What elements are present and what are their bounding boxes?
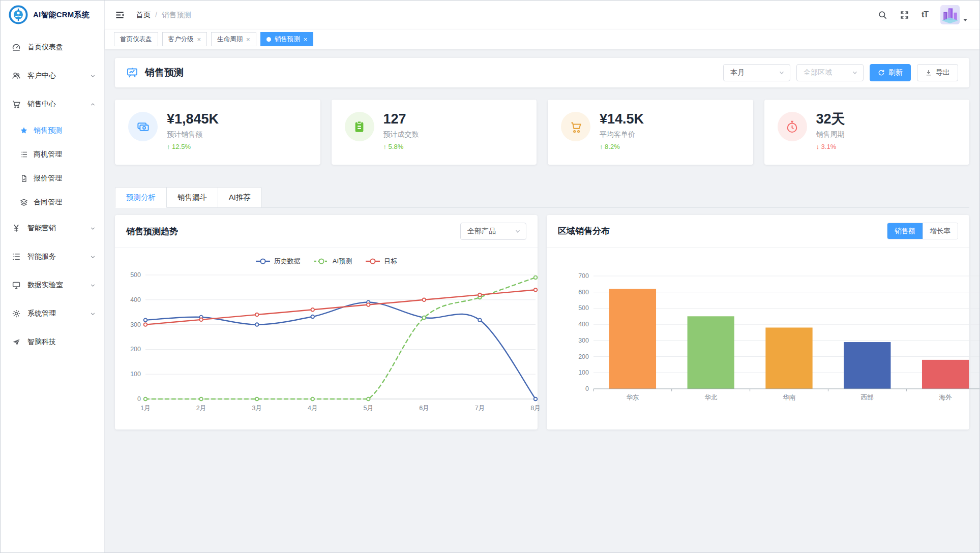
tab-ai-recommend[interactable]: AI推荐 bbox=[218, 187, 262, 208]
svg-text:1月: 1月 bbox=[140, 405, 150, 412]
topbar-actions: tT bbox=[878, 5, 967, 24]
chevron-down-icon bbox=[90, 73, 96, 79]
close-icon[interactable]: × bbox=[304, 36, 308, 43]
page-header: 销售预测 本月 全部区域 刷新 bbox=[115, 58, 969, 87]
tag-bar: 首页仪表盘 客户分级 × 生命周期 × 销售预测 × bbox=[105, 29, 979, 49]
chevron-down-icon bbox=[90, 282, 96, 289]
region-select-placeholder: 全部区域 bbox=[804, 68, 832, 77]
sidebar-item-service[interactable]: 智能服务 bbox=[1, 242, 104, 271]
svg-text:100: 100 bbox=[578, 369, 589, 376]
cart-icon bbox=[561, 112, 590, 141]
monitor-icon bbox=[12, 281, 21, 290]
legend-item-history[interactable]: 历史数据 bbox=[255, 257, 301, 266]
sidebar-collapse-icon[interactable] bbox=[115, 10, 125, 20]
product-select[interactable]: 全部产品 bbox=[460, 223, 526, 240]
tag-label: 销售预测 bbox=[275, 35, 300, 44]
sidebar-item-label: 系统管理 bbox=[27, 309, 90, 318]
sidebar-item-quote[interactable]: 报价管理 bbox=[1, 166, 104, 190]
svg-text:500: 500 bbox=[578, 304, 589, 312]
stat-trend: ↑ 8.2% bbox=[600, 143, 644, 150]
tag-dashboard[interactable]: 首页仪表盘 bbox=[114, 32, 158, 46]
logo-icon bbox=[9, 5, 28, 24]
sidebar-item-contract[interactable]: 合同管理 bbox=[1, 190, 104, 214]
stat-card-cycle: 32天 销售周期 ↓ 3.1% bbox=[764, 100, 970, 165]
sidebar-item-label: 销售中心 bbox=[27, 100, 90, 109]
trend-chart[interactable]: 01002003004005001月2月3月4月5月6月7月8月 bbox=[115, 266, 538, 429]
chevron-down-icon bbox=[90, 254, 96, 260]
sidebar-item-data-lab[interactable]: 数据实验室 bbox=[1, 271, 104, 299]
period-select[interactable]: 本月 bbox=[723, 64, 790, 81]
app-logo[interactable]: AI智能CRM系统 bbox=[1, 1, 104, 29]
opportunity-icon bbox=[20, 150, 28, 159]
trend-chart-header: 销售预测趋势 全部产品 bbox=[115, 215, 538, 248]
refresh-icon bbox=[878, 69, 885, 76]
dashboard-icon bbox=[12, 43, 21, 52]
stat-value: ¥14.5K bbox=[600, 112, 644, 126]
toggle-growth-rate[interactable]: 增长率 bbox=[923, 223, 958, 239]
stat-trend: ↓ 3.1% bbox=[816, 143, 845, 150]
svg-text:300: 300 bbox=[130, 321, 141, 328]
chevron-down-icon bbox=[963, 19, 967, 21]
refresh-button[interactable]: 刷新 bbox=[870, 64, 911, 81]
stat-card-avg-order: ¥14.5K 平均客单价 ↑ 8.2% bbox=[548, 100, 753, 165]
sidebar-item-label: 首页仪表盘 bbox=[27, 43, 96, 52]
charts-row: 销售预测趋势 全部产品 历史数据 bbox=[115, 215, 969, 429]
tag-sales-forecast[interactable]: 销售预测 × bbox=[260, 32, 314, 46]
svg-text:0: 0 bbox=[137, 395, 141, 403]
export-label: 导出 bbox=[936, 68, 950, 77]
legend-item-target[interactable]: 目标 bbox=[365, 257, 397, 266]
svg-text:3月: 3月 bbox=[252, 405, 261, 412]
font-size-icon[interactable]: tT bbox=[922, 10, 928, 19]
sidebar-item-customers[interactable]: 客户中心 bbox=[1, 62, 104, 90]
sidebar-item-zhinao-tech[interactable]: 智脑科技 bbox=[1, 328, 104, 356]
stat-cards: ¥1,845K 预计销售额 ↑ 12.5% 127 预计成交数 ↑ 5.8% bbox=[115, 100, 969, 165]
legend-label: AI预测 bbox=[333, 257, 352, 266]
region-chart-card: 区域销售分布 销售额 增长率 0100200300400500600700华东华… bbox=[547, 215, 969, 429]
export-button[interactable]: 导出 bbox=[917, 64, 958, 81]
contract-icon bbox=[20, 198, 28, 206]
sidebar-item-label: 销售预测 bbox=[34, 126, 96, 135]
tab-label: 销售漏斗 bbox=[177, 193, 207, 202]
user-menu[interactable] bbox=[940, 5, 967, 24]
toggle-sales-amount[interactable]: 销售额 bbox=[887, 223, 923, 239]
wallet-icon bbox=[128, 112, 158, 141]
legend-item-ai-forecast[interactable]: AI预测 bbox=[314, 257, 352, 266]
svg-text:0: 0 bbox=[585, 385, 589, 392]
sidebar-item-marketing[interactable]: 智能营销 bbox=[1, 214, 104, 242]
stat-label: 销售周期 bbox=[816, 130, 845, 139]
gear-icon bbox=[12, 309, 21, 318]
tab-forecast-analysis[interactable]: 预测分析 bbox=[115, 187, 167, 208]
breadcrumb-home[interactable]: 首页 bbox=[136, 10, 151, 20]
tag-customer-grade[interactable]: 客户分级 × bbox=[162, 32, 207, 46]
close-icon[interactable]: × bbox=[197, 36, 201, 43]
svg-text:200: 200 bbox=[578, 353, 589, 360]
region-chart[interactable]: 0100200300400500600700华东华北华南西部海外 bbox=[547, 248, 969, 417]
tab-sales-funnel[interactable]: 销售漏斗 bbox=[167, 187, 218, 208]
breadcrumb: 首页 / 销售预测 bbox=[136, 10, 191, 20]
sidebar-item-label: 报价管理 bbox=[34, 174, 96, 183]
sidebar-item-label: 数据实验室 bbox=[27, 281, 90, 290]
star-icon bbox=[20, 127, 28, 135]
sidebar-item-label: 智能服务 bbox=[27, 252, 90, 261]
chevron-down-icon bbox=[90, 311, 96, 317]
sidebar-item-sales-center[interactable]: 销售中心 bbox=[1, 90, 104, 118]
fullscreen-icon[interactable] bbox=[900, 10, 909, 20]
sidebar-item-dashboard[interactable]: 首页仪表盘 bbox=[1, 33, 104, 62]
stat-value: 127 bbox=[383, 112, 419, 126]
svg-text:7月: 7月 bbox=[475, 405, 485, 412]
stat-value: 32天 bbox=[816, 112, 845, 126]
sidebar-item-system[interactable]: 系统管理 bbox=[1, 299, 104, 328]
sidebar-item-sales-forecast[interactable]: 销售预测 bbox=[1, 118, 104, 142]
svg-text:400: 400 bbox=[130, 296, 141, 303]
chevron-down-icon bbox=[515, 228, 521, 234]
app-window: AI智能CRM系统 首页仪表盘 客户中心 销售中心 销售预测 bbox=[0, 0, 980, 553]
sidebar-item-opportunity[interactable]: 商机管理 bbox=[1, 142, 104, 166]
svg-text:海外: 海外 bbox=[939, 394, 953, 401]
search-icon[interactable] bbox=[878, 10, 887, 20]
tag-label: 生命周期 bbox=[217, 35, 243, 44]
tag-lifecycle[interactable]: 生命周期 × bbox=[211, 32, 256, 46]
region-select[interactable]: 全部区域 bbox=[796, 64, 864, 81]
close-icon[interactable]: × bbox=[246, 36, 250, 43]
svg-text:2月: 2月 bbox=[196, 405, 206, 412]
svg-text:500: 500 bbox=[130, 271, 141, 279]
